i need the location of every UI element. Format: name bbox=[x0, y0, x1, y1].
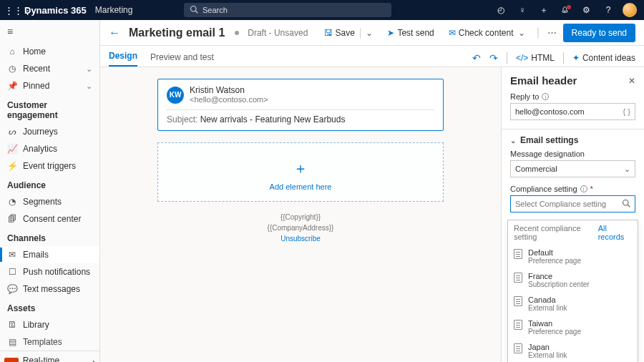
message-designation-select[interactable]: Commercial bbox=[510, 160, 635, 177]
nav-journeys[interactable]: ᔕJourneys bbox=[0, 123, 99, 140]
dd-item-title: Taiwan bbox=[528, 319, 581, 328]
html-toggle[interactable]: </>HTML bbox=[516, 53, 555, 63]
chevron-down-icon[interactable]: ⌄ bbox=[366, 28, 373, 38]
subject-label: Subject: bbox=[167, 114, 197, 124]
nav-pinned[interactable]: 📌Pinned⌄ bbox=[0, 77, 99, 94]
email-settings-label: Email settings bbox=[520, 135, 578, 145]
nav-library[interactable]: 🖻Library bbox=[0, 316, 99, 333]
message-designation-label: Message designation bbox=[510, 150, 635, 158]
nav-text[interactable]: 💬Text messages bbox=[0, 280, 99, 298]
library-icon: 🖻 bbox=[7, 320, 17, 330]
nav-push[interactable]: ☐Push notifications bbox=[0, 263, 99, 280]
content-ideas-button[interactable]: ✦Content ideas bbox=[572, 53, 635, 63]
analytics-icon: 📈 bbox=[7, 144, 17, 154]
email-header-block[interactable]: KW Kristin Watson <hello@contoso.com> Su… bbox=[157, 79, 444, 131]
nav-home-label: Home bbox=[23, 47, 46, 57]
nav-analytics[interactable]: 📈Analytics bbox=[0, 140, 99, 157]
ready-to-send-button[interactable]: Ready to send bbox=[563, 24, 635, 42]
consent-icon: 🗐 bbox=[7, 214, 17, 224]
journeys-icon: ᔕ bbox=[7, 127, 17, 137]
lightbulb-icon[interactable]: ♀ bbox=[515, 5, 530, 15]
dd-item[interactable]: DefaultPreference page bbox=[508, 245, 638, 268]
close-pane-button[interactable]: ✕ bbox=[628, 76, 635, 86]
document-icon bbox=[514, 296, 522, 306]
left-nav: ≡ ⌂Home ◷Recent⌄ 📌Pinned⌄ Customer engag… bbox=[0, 20, 100, 362]
group-channels: Channels bbox=[0, 228, 99, 246]
email-settings-section[interactable]: ⌄ Email settings bbox=[502, 129, 644, 148]
hamburger-icon[interactable]: ≡ bbox=[0, 20, 99, 43]
required-indicator: * bbox=[590, 185, 593, 193]
user-avatar[interactable] bbox=[623, 3, 637, 17]
nav-templates[interactable]: ▤Templates bbox=[0, 333, 99, 351]
tab-bar: Design Preview and test ↶ ↷ </>HTML ✦Con… bbox=[100, 46, 644, 67]
brand-label: Dynamics 365 bbox=[24, 5, 87, 16]
nav-emails[interactable]: ✉Emails bbox=[0, 246, 99, 263]
help-icon[interactable]: ? bbox=[601, 5, 615, 15]
nav-recent[interactable]: ◷Recent⌄ bbox=[0, 60, 99, 77]
search-icon[interactable] bbox=[622, 199, 630, 209]
push-icon: ☐ bbox=[7, 267, 17, 277]
back-button[interactable]: ← bbox=[109, 26, 120, 39]
ideas-icon: ✦ bbox=[572, 53, 580, 63]
redo-button[interactable]: ↷ bbox=[489, 52, 498, 64]
nav-emails-label: Emails bbox=[23, 250, 49, 260]
nav-home[interactable]: ⌂Home bbox=[0, 43, 99, 60]
triggers-icon: ⚡ bbox=[7, 161, 17, 171]
clock-icon: ◷ bbox=[7, 64, 17, 74]
nav-analytics-label: Analytics bbox=[23, 144, 57, 154]
reply-to-value: hello@contoso.com bbox=[515, 107, 585, 116]
app-launcher-icon[interactable]: ⋮⋮⋮ bbox=[4, 5, 20, 16]
personalization-icon[interactable]: { } bbox=[623, 107, 630, 116]
ph-copyright: {{Copyright}} bbox=[268, 212, 334, 222]
dd-item[interactable]: CanadaExternal link bbox=[508, 292, 638, 315]
record-status: Draft - Unsaved bbox=[248, 28, 308, 38]
test-send-button[interactable]: ➤Test send bbox=[383, 25, 438, 41]
nav-templates-label: Templates bbox=[23, 337, 62, 347]
home-icon: ⌂ bbox=[7, 47, 17, 57]
nav-pinned-label: Pinned bbox=[23, 81, 49, 91]
area-tile: RM bbox=[4, 358, 19, 362]
send-icon: ➤ bbox=[387, 28, 394, 38]
nav-segments[interactable]: ◔Segments bbox=[0, 193, 99, 210]
dd-item[interactable]: JapanExternal link bbox=[508, 339, 638, 362]
chevron-down-icon[interactable]: ⌄ bbox=[518, 28, 525, 38]
area-switcher[interactable]: RM Real-time journeys ᐱᐯ bbox=[0, 351, 99, 362]
dd-item[interactable]: TaiwanPreference page bbox=[508, 315, 638, 339]
dd-item[interactable]: FranceSubscription center bbox=[508, 268, 638, 292]
nav-event-triggers[interactable]: ⚡Event triggers bbox=[0, 157, 99, 175]
undo-button[interactable]: ↶ bbox=[472, 52, 481, 64]
compliance-setting-lookup[interactable]: Select Compliance setting bbox=[510, 195, 635, 212]
divider: │ bbox=[535, 27, 541, 38]
save-button[interactable]: 🖫Save │ ⌄ bbox=[320, 25, 378, 41]
ph-company-address: {{CompanyAddress}} bbox=[268, 222, 334, 233]
insights-icon[interactable]: ◴ bbox=[494, 5, 508, 15]
subject-line[interactable]: Subject: New arrivals - Featuring New Ea… bbox=[167, 109, 434, 124]
dd-item-title: Japan bbox=[528, 343, 567, 351]
nav-consent-center[interactable]: 🗐Consent center bbox=[0, 210, 99, 228]
segments-icon: ◔ bbox=[7, 197, 17, 207]
global-search-input[interactable]: Search bbox=[184, 3, 391, 17]
check-content-button[interactable]: ✉Check content⌄ bbox=[444, 25, 530, 41]
add-icon[interactable]: ＋ bbox=[537, 4, 551, 16]
search-icon bbox=[190, 5, 198, 15]
dd-item-subtitle: Preference page bbox=[528, 257, 581, 265]
info-icon[interactable]: i bbox=[542, 93, 549, 100]
info-icon[interactable]: i bbox=[580, 185, 587, 192]
add-element-dropzone[interactable]: ＋ Add element here bbox=[157, 142, 444, 202]
gear-icon[interactable]: ⚙ bbox=[580, 5, 594, 15]
svg-point-0 bbox=[190, 6, 196, 12]
design-canvas: KW Kristin Watson <hello@contoso.com> Su… bbox=[100, 67, 501, 362]
notifications-icon[interactable]: 🕭 bbox=[558, 5, 572, 15]
nav-recent-label: Recent bbox=[23, 64, 50, 74]
dd-all-records-link[interactable]: All records bbox=[598, 224, 632, 241]
tab-preview[interactable]: Preview and test bbox=[150, 52, 214, 67]
tab-design[interactable]: Design bbox=[109, 51, 137, 67]
svg-line-1 bbox=[195, 11, 197, 13]
nav-journeys-label: Journeys bbox=[23, 127, 58, 137]
reply-to-input[interactable]: hello@contoso.com { } bbox=[510, 103, 635, 120]
code-icon: </> bbox=[516, 53, 528, 63]
email-icon: ✉ bbox=[7, 250, 17, 260]
unsubscribe-link[interactable]: Unsubscribe bbox=[268, 233, 334, 244]
overflow-button[interactable]: ⋯ bbox=[547, 27, 557, 38]
dd-item-subtitle: External link bbox=[528, 351, 567, 359]
